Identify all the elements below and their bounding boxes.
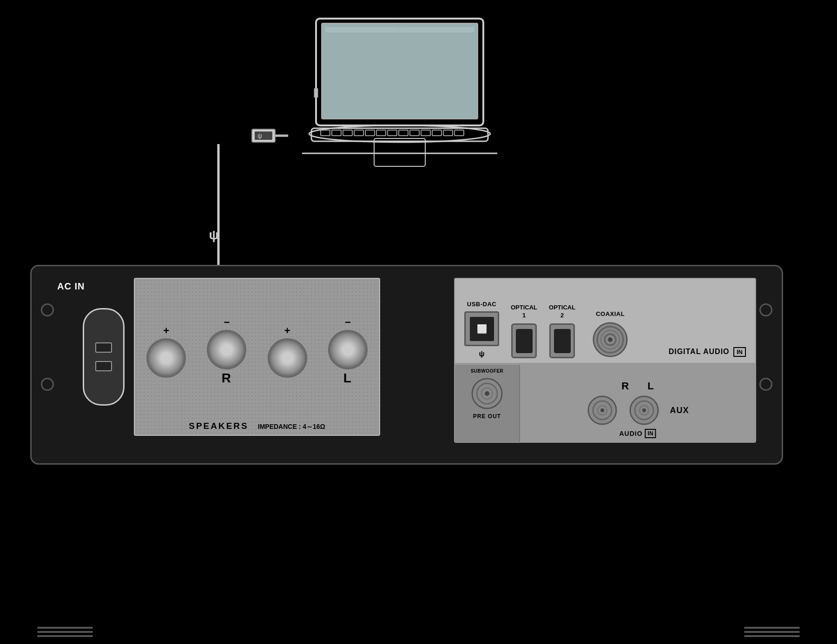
usb-dac-group: USB-DAC ⬜ ψ [464, 301, 499, 358]
pre-out-label: PRE OUT [473, 413, 501, 420]
channel-r-label: R [222, 371, 232, 386]
digital-audio-in-badge: IN [733, 347, 746, 357]
bottom-lines-left [37, 627, 93, 639]
svg-rect-17 [455, 130, 464, 136]
speaker-terminals: + − R + − L [137, 286, 377, 416]
audio-in-label-row: AUDIO IN [619, 429, 656, 438]
optical2-label: OPTICAL2 [549, 304, 575, 320]
digital-inputs-row: USB-DAC ⬜ ψ OPTICAL1 [454, 278, 756, 364]
svg-rect-7 [343, 130, 352, 136]
subwoofer-label: SUBWOOFER [471, 368, 504, 374]
terminal-r-plus: + [146, 325, 186, 378]
terminal-r-minus: − R [207, 316, 246, 386]
ac-connector [83, 308, 125, 406]
l-channel-label: L [647, 380, 653, 392]
analog-section: SUBWOOFER PRE OUT R L [454, 364, 756, 443]
svg-text:ψ: ψ [257, 132, 262, 139]
mount-hole-left-bottom [41, 378, 54, 391]
ac-slot-bottom [95, 361, 112, 371]
optical2-port [549, 323, 575, 358]
device-panel: AC IN + − R [30, 265, 783, 465]
svg-point-43 [600, 408, 604, 412]
svg-rect-14 [421, 130, 430, 136]
audio-in-section: R L [520, 365, 755, 442]
svg-rect-2 [325, 27, 474, 33]
terminal-l-plus: + [268, 325, 307, 378]
impedance-label: IMPEDANCE : 4～16Ω [258, 423, 325, 431]
speaker-footer: SPEAKERS IMPEDANCE : 4～16Ω [135, 421, 379, 431]
subwoofer-port [470, 376, 505, 411]
svg-rect-11 [388, 130, 397, 136]
rca-r-port [586, 394, 619, 427]
audio-in-badge: IN [645, 429, 656, 438]
svg-point-39 [485, 391, 489, 396]
speaker-section: + − R + − L [134, 278, 380, 436]
svg-rect-12 [399, 130, 408, 136]
svg-rect-5 [321, 130, 330, 136]
audio-in-label: AUDIO [619, 430, 642, 437]
svg-rect-1 [322, 23, 478, 119]
mount-hole-right-top [759, 303, 772, 316]
coaxial-label: COAXIAL [596, 310, 625, 317]
digital-audio-section: USB-DAC ⬜ ψ OPTICAL1 [454, 278, 756, 443]
digital-audio-label: DIGITAL AUDIO [669, 348, 730, 355]
rca-l-port [628, 394, 660, 427]
svg-rect-10 [376, 130, 386, 136]
rca-ports-row: AUX [586, 394, 689, 427]
bottom-lines-right [744, 627, 800, 639]
speakers-label: SPEAKERS [189, 421, 249, 431]
ac-in-label: AC IN [57, 280, 85, 292]
svg-point-47 [642, 408, 646, 412]
r-channel-label: R [621, 380, 629, 392]
aux-label: AUX [670, 406, 689, 415]
svg-rect-8 [354, 130, 363, 136]
terminal-l-minus: − L [328, 316, 368, 386]
mount-hole-left-top [41, 303, 54, 316]
optical2-group: OPTICAL2 [549, 304, 575, 358]
usb-symbol-port: ψ [479, 350, 484, 358]
digital-audio-label-area: DIGITAL AUDIO IN [640, 348, 746, 358]
rl-labels-row: R L [621, 380, 653, 392]
ac-in-section: AC IN [57, 280, 85, 292]
svg-rect-6 [332, 130, 341, 136]
ac-slot-top [95, 342, 112, 353]
svg-rect-15 [432, 130, 442, 136]
usb-dac-label: USB-DAC [467, 301, 496, 308]
optical1-label: OPTICAL1 [511, 304, 537, 320]
usb-plug-laptop: ψ [251, 125, 288, 148]
coaxial-port [592, 321, 629, 358]
diagram-container: ψ ψ ψ AC IN [0, 0, 837, 644]
laptop-illustration [288, 14, 511, 181]
optical1-port [511, 323, 537, 358]
optical1-group: OPTICAL1 [511, 304, 537, 358]
svg-point-35 [608, 337, 613, 342]
svg-rect-13 [410, 130, 419, 136]
channel-l-label: L [343, 371, 352, 386]
mount-hole-right-bottom [759, 378, 772, 391]
usb-dac-port: ⬜ [464, 311, 499, 346]
svg-rect-21 [314, 88, 318, 98]
pre-out-section: SUBWOOFER PRE OUT [455, 365, 520, 442]
usb-symbol-cable: ψ [204, 228, 223, 243]
coaxial-group: COAXIAL [592, 310, 629, 358]
svg-rect-9 [365, 130, 375, 136]
svg-rect-16 [443, 130, 453, 136]
